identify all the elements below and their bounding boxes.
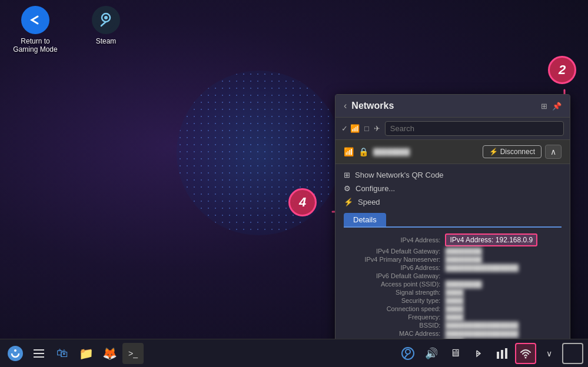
table-row: Frequency: ████: [345, 313, 560, 321]
wifi-tray-icon[interactable]: [515, 343, 536, 364]
ssid-value: ████████: [445, 281, 560, 288]
annotation-4: 4: [288, 188, 317, 216]
frequency-label: Frequency:: [345, 313, 444, 321]
configure-action[interactable]: ⚙ Configure...: [344, 182, 562, 195]
steam-tray-svg: [401, 346, 415, 361]
table-row: BSSID: ████████████████: [345, 322, 560, 329]
table-row: Security type: ████: [345, 297, 560, 304]
network-icon[interactable]: [491, 343, 513, 364]
ipv6-gateway-value: [445, 272, 560, 279]
details-tabs: Details: [344, 213, 562, 228]
ipv4-highlighted-value: IPv4 Address: 192.168.0.9: [445, 233, 537, 246]
connected-lock-icon: 🔒: [358, 147, 368, 156]
ipv6-value: ████████████████: [445, 264, 560, 271]
firefox-button[interactable]: 🦊: [99, 343, 120, 364]
signal-value: ████: [445, 289, 560, 296]
gateway-label: IPv4 Default Gateway:: [345, 248, 444, 255]
steamos-button[interactable]: [5, 343, 26, 364]
svg-rect-15: [501, 350, 503, 359]
terminal-button[interactable]: >_: [122, 343, 144, 364]
chevron-icon[interactable]: ∨: [539, 343, 560, 364]
mac-label: MAC Address:: [345, 330, 444, 337]
bssid-value: ████████████████: [445, 322, 560, 329]
wifi-filter[interactable]: ✓ 📶: [341, 124, 360, 133]
decorative-circle: [177, 71, 341, 235]
wifi-tray-svg: [519, 347, 532, 360]
speed-label: Connection speed:: [345, 305, 444, 312]
networks-panel: ‹ Networks ⊞ 📌 ✓ 📶 □ ✈: [335, 94, 570, 367]
panel-header-icons: ⊞ 📌: [541, 102, 562, 111]
qr-code-action[interactable]: ⊞ Show Network's QR Code: [344, 169, 562, 181]
table-row: Connection speed: ████: [345, 305, 560, 312]
taskbar: 🛍 📁 🦊 >_ 🔊 🖥: [0, 339, 588, 367]
table-row: MAC Address: ████████████████: [345, 330, 560, 337]
ipv4-value: IPv4 Address: 192.168.0.9: [445, 233, 560, 246]
svg-point-3: [104, 16, 108, 19]
show-desktop-button[interactable]: [562, 343, 583, 364]
svg-point-8: [14, 349, 16, 352]
return-icon-label: Return to Gaming Mode: [13, 37, 57, 54]
return-to-gaming-icon[interactable]: Return to Gaming Mode: [12, 6, 59, 54]
speed-value: ████: [445, 305, 560, 312]
volume-icon[interactable]: 🔊: [421, 343, 442, 364]
expand-connected-button[interactable]: ∧: [545, 145, 562, 159]
gateway-value: ████████: [445, 248, 560, 255]
bluetooth-svg: [473, 348, 484, 359]
search-input[interactable]: [385, 121, 564, 136]
speed-action[interactable]: ⚡ Speed: [344, 196, 562, 208]
table-row: Signal strength: ████: [345, 289, 560, 296]
wired-filter[interactable]: □: [364, 124, 369, 133]
configure-icon: ⚙: [344, 184, 351, 193]
settings-icon: [32, 346, 46, 361]
wired-filter-icon: □: [364, 124, 369, 133]
connected-wifi-icon: 📶: [344, 147, 354, 156]
airplane-filter[interactable]: ✈: [374, 124, 380, 133]
store-button[interactable]: 🛍: [52, 343, 73, 364]
panel-header: ‹ Networks ⊞ 📌: [335, 95, 570, 118]
details-table: IPv4 Address: IPv4 Address: 192.168.0.9 …: [344, 232, 562, 346]
ssid-label: Access point (SSID):: [345, 281, 444, 288]
details-tab[interactable]: Details: [344, 213, 386, 226]
disconnect-icon: ⚡: [489, 148, 498, 156]
steam-icon[interactable]: Steam: [82, 6, 129, 54]
files-button[interactable]: 📁: [75, 343, 97, 364]
connected-network-top: 📶 🔒 ████████ ⚡ Disconnect ∧: [344, 145, 562, 159]
disconnect-button[interactable]: ⚡ Disconnect: [483, 145, 542, 158]
display-icon[interactable]: 🖥: [444, 343, 466, 364]
steam-icon-image: [92, 6, 120, 34]
connected-ssid: ████████: [373, 148, 410, 155]
steam-icon-label: Steam: [96, 37, 117, 45]
desktop: Return to Gaming Mode Steam 1 2: [0, 0, 588, 367]
nameserver-value: ████████: [445, 256, 560, 263]
speed-icon: ⚡: [344, 198, 353, 206]
network-svg: [496, 347, 509, 360]
back-button[interactable]: ‹: [344, 101, 347, 111]
table-row: IPv6 Default Gateway:: [345, 272, 560, 279]
annotation-2: 2: [548, 56, 576, 84]
decorative-dots: [177, 71, 341, 235]
settings-button[interactable]: [28, 343, 49, 364]
security-label: Security type:: [345, 297, 444, 304]
bluetooth-icon[interactable]: [468, 343, 489, 364]
svg-point-17: [525, 356, 527, 358]
frequency-value: ████: [445, 313, 560, 321]
table-row: IPv4 Default Gateway: ████████: [345, 248, 560, 255]
wifi-filter-icon: 📶: [350, 124, 360, 133]
signal-label: Signal strength:: [345, 289, 444, 296]
wifi-check-icon: ✓: [341, 124, 348, 133]
svg-rect-16: [505, 348, 507, 359]
ipv6-label: IPv6 Address:: [345, 264, 444, 271]
return-arrow-icon: [26, 11, 45, 29]
desktop-icons-container: Return to Gaming Mode Steam: [12, 6, 129, 54]
steam-tray-icon[interactable]: [397, 343, 418, 364]
svg-point-0: [27, 12, 44, 28]
detail-actions: ⊞ Show Network's QR Code ⚙ Configure... …: [344, 169, 562, 208]
connected-network-row: 📶 🔒 ████████ ⚡ Disconnect ∧: [335, 140, 570, 164]
grid-icon[interactable]: ⊞: [541, 102, 547, 111]
table-row: IPv4 Address: IPv4 Address: 192.168.0.9: [345, 233, 560, 246]
airplane-filter-icon: ✈: [374, 124, 380, 133]
steamos-icon: [7, 345, 24, 362]
steam-logo-icon: [95, 9, 117, 31]
pin-icon[interactable]: 📌: [552, 102, 562, 111]
svg-point-7: [8, 346, 23, 361]
